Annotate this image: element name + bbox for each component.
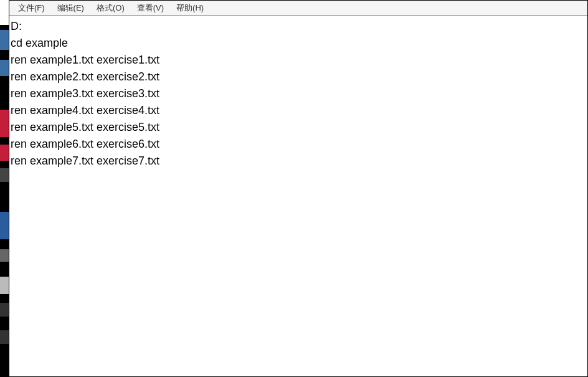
editor-line: ren example2.txt exercise2.txt bbox=[11, 70, 159, 83]
editor-line: cd example bbox=[11, 37, 68, 49]
editor-line: ren example7.txt exercise7.txt bbox=[11, 155, 159, 167]
menu-bar: 文件(F) 编辑(E) 格式(O) 查看(V) 帮助(H) bbox=[9, 1, 587, 16]
strip-block bbox=[0, 249, 9, 262]
strip-block bbox=[0, 168, 9, 182]
strip-block bbox=[0, 145, 9, 161]
editor-line: ren example3.txt exercise3.txt bbox=[11, 87, 159, 100]
strip-block bbox=[0, 212, 9, 239]
editor-line: ren example5.txt exercise5.txt bbox=[11, 121, 159, 133]
menu-help[interactable]: 帮助(H) bbox=[170, 1, 210, 15]
strip-block bbox=[0, 0, 9, 25]
text-editor-area[interactable]: D: cd example ren example1.txt exercise1… bbox=[9, 16, 587, 376]
strip-block bbox=[0, 303, 9, 317]
menu-view[interactable]: 查看(V) bbox=[131, 1, 170, 15]
strip-block bbox=[0, 110, 9, 137]
strip-block bbox=[0, 30, 9, 50]
editor-line: ren example4.txt exercise4.txt bbox=[11, 104, 159, 117]
editor-line: D: bbox=[11, 20, 22, 32]
desktop-left-strip bbox=[0, 0, 9, 377]
strip-block bbox=[0, 330, 9, 344]
menu-edit[interactable]: 编辑(E) bbox=[51, 1, 90, 15]
strip-block bbox=[0, 277, 9, 294]
editor-line: ren example6.txt exercise6.txt bbox=[11, 138, 159, 150]
menu-file[interactable]: 文件(F) bbox=[12, 1, 51, 15]
notepad-window: 文件(F) 编辑(E) 格式(O) 查看(V) 帮助(H) D: cd exam… bbox=[9, 0, 588, 377]
strip-block bbox=[0, 60, 9, 76]
menu-format[interactable]: 格式(O) bbox=[90, 1, 131, 15]
editor-line: ren example1.txt exercise1.txt bbox=[11, 54, 159, 66]
